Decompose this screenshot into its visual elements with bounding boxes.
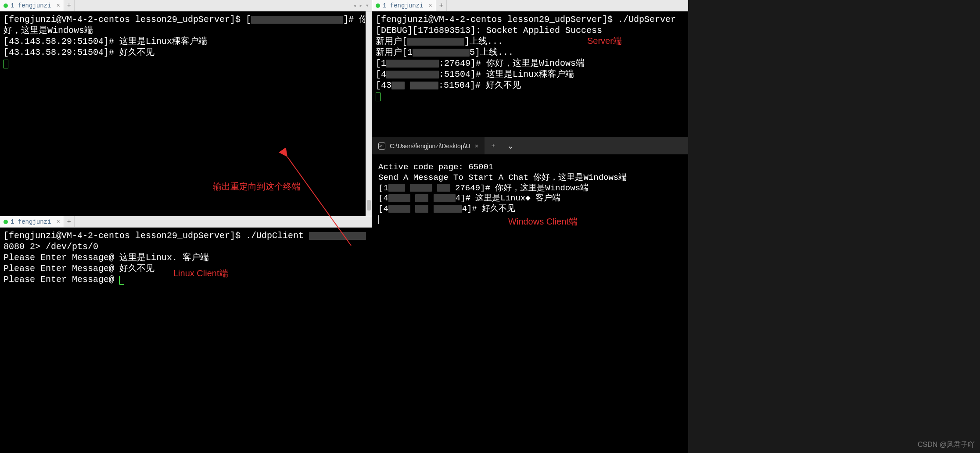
cursor-icon xyxy=(119,276,124,285)
redacted-ip xyxy=(386,60,439,68)
log-line: [43.143.58.29:51504]# 好久不见 xyxy=(4,47,154,57)
tab-session-1[interactable]: 1 fengjunzi × xyxy=(372,0,436,11)
menu-down-icon[interactable]: ▾ xyxy=(366,2,369,9)
scroll-left-icon[interactable]: ◂ xyxy=(353,2,356,9)
status-dot-icon xyxy=(4,4,8,8)
tab-label: 1 fengjunzi xyxy=(11,2,51,9)
scroll-right-icon[interactable]: ▸ xyxy=(359,2,363,9)
cursor-icon xyxy=(376,93,381,101)
close-icon[interactable]: × xyxy=(475,143,478,150)
new-tab-button[interactable]: + xyxy=(485,137,502,154)
tab-bar: 1 fengjunzi × + xyxy=(372,0,688,11)
vertical-scrollbar[interactable] xyxy=(366,11,372,216)
terminal-output[interactable]: [fengjunzi@VM-4-2-centos lesson29_udpSer… xyxy=(0,11,372,216)
wt-tab-bar: >_ C:\Users\fengjunzi\Desktop\U × + ⌄ xyxy=(372,137,688,154)
status-dot-icon xyxy=(376,4,380,8)
redacted-ip xyxy=(413,49,470,57)
redacted-ip xyxy=(410,82,438,89)
redacted-ip xyxy=(388,205,410,213)
tab-label: 1 fengjunzi xyxy=(11,218,51,225)
redacted-ip xyxy=(415,194,428,202)
terminal-output[interactable]: [fengjunzi@VM-4-2-centos lesson29_udpSer… xyxy=(0,228,372,453)
tab-bar: 1 fengjunzi × + ◂ ▸ ▾ xyxy=(0,0,372,11)
server-pane: 1 fengjunzi × + [fengjunzi@VM-4-2-centos… xyxy=(372,0,688,137)
new-tab-button[interactable]: + xyxy=(64,216,75,227)
windows-client-pane: >_ C:\Users\fengjunzi\Desktop\U × + ⌄ Ac… xyxy=(372,137,688,453)
redacted-ip xyxy=(410,184,432,192)
redacted-ip xyxy=(391,82,405,89)
close-icon[interactable]: × xyxy=(428,2,432,9)
linux-client-pane: 1 fengjunzi × + [fengjunzi@VM-4-2-centos… xyxy=(0,216,372,453)
redacted-ip xyxy=(434,194,456,202)
cursor-icon xyxy=(4,60,8,68)
tab-bar: 1 fengjunzi × + xyxy=(0,216,372,228)
redacted-ip xyxy=(407,38,464,46)
log-line: Active code page: 65001 xyxy=(378,162,493,172)
tab-session-1[interactable]: 1 fengjunzi × xyxy=(0,0,64,11)
redacted-ip xyxy=(386,71,439,78)
redacted-ip xyxy=(437,184,450,192)
shell-command: [fengjunzi@VM-4-2-centos lesson29_udpSer… xyxy=(376,14,676,25)
log-line: [43.143.58.29:51504]# 这里是Linux稞客户端 xyxy=(4,36,207,46)
close-icon[interactable]: × xyxy=(56,2,60,9)
prompt-line: Please Enter Message@ 好久不见 xyxy=(4,264,154,274)
wt-tab-title: C:\Users\fengjunzi\Desktop\U xyxy=(390,143,470,150)
new-tab-button[interactable]: + xyxy=(64,0,75,11)
status-dot-icon xyxy=(4,220,8,224)
close-icon[interactable]: × xyxy=(56,218,60,225)
log-line: [DEBUG][1716893513]: Socket Applied Succ… xyxy=(376,25,602,36)
prompt-line: Please Enter Message@ 这里是Linux. 客户端 xyxy=(4,253,209,263)
redacted-ip xyxy=(388,194,410,202)
shell-command: [fengjunzi@VM-4-2-centos lesson29_udpSer… xyxy=(4,231,309,241)
tab-session-1[interactable]: 1 fengjunzi × xyxy=(0,216,64,227)
tab-label: 1 fengjunzi xyxy=(383,2,423,9)
redacted-ip xyxy=(415,205,428,213)
tab-menu-button[interactable]: ⌄ xyxy=(502,137,520,154)
redacted-ip xyxy=(434,205,462,213)
new-tab-button[interactable]: + xyxy=(436,0,447,11)
prompt-line: Please Enter Message@ xyxy=(4,275,119,285)
wt-tab[interactable]: >_ C:\Users\fengjunzi\Desktop\U × xyxy=(372,137,485,154)
terminal-output[interactable]: [fengjunzi@VM-4-2-centos lesson29_udpSer… xyxy=(372,11,688,137)
redacted-ip xyxy=(388,184,405,192)
watermark: CSDN @风君子吖 xyxy=(918,440,975,449)
terminal-output[interactable]: Active code page: 65001 Send A Message T… xyxy=(372,154,688,453)
output-terminal-pane: 1 fengjunzi × + ◂ ▸ ▾ [fengjunzi@VM-4-2-… xyxy=(0,0,372,216)
scrollbar-thumb[interactable] xyxy=(367,200,371,210)
tab-scroll-controls: ◂ ▸ ▾ xyxy=(353,0,372,11)
terminal-icon: >_ xyxy=(378,143,385,150)
redacted-ip xyxy=(309,232,366,240)
shell-prompt: [fengjunzi@VM-4-2-centos lesson29_udpSer… xyxy=(4,14,246,25)
annotation-redirect: 输出重定向到这个终端 xyxy=(213,181,301,193)
cursor-icon xyxy=(378,215,379,224)
log-line: Send A Message To Start A Chat 你好，这里是Win… xyxy=(378,173,627,182)
redacted-ip xyxy=(251,16,343,24)
